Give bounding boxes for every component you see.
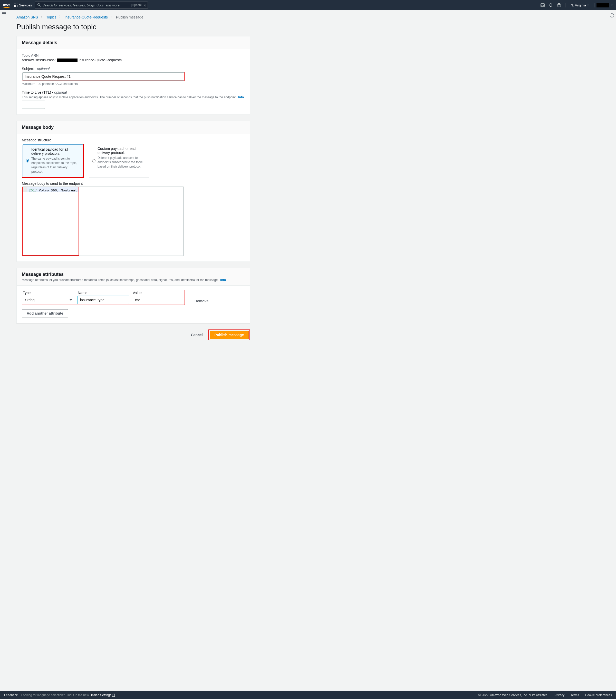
search-placeholder: Search for services, features, blogs, do… bbox=[42, 3, 120, 7]
breadcrumb-sns[interactable]: Amazon SNS bbox=[16, 15, 38, 19]
notifications-icon[interactable] bbox=[547, 1, 555, 9]
subject-input[interactable] bbox=[22, 72, 184, 81]
form-actions: Cancel Publish message bbox=[16, 329, 250, 340]
message-body-panel: Message body Message structure Identical… bbox=[16, 121, 250, 262]
radio-identical-input[interactable] bbox=[26, 148, 29, 174]
user-redacted bbox=[597, 3, 609, 8]
details-header: Message details bbox=[22, 40, 245, 45]
chevron-right-icon: 〉 bbox=[41, 15, 44, 19]
arn-value: arn:aws:sns:us-east-1:Insurance-Quote-Re… bbox=[22, 58, 245, 62]
attrs-header: Message attributes bbox=[22, 272, 245, 277]
search-icon bbox=[37, 3, 41, 8]
editor-gutter: 1 bbox=[23, 187, 27, 192]
ttl-hint: This setting applies only to mobile appl… bbox=[22, 95, 245, 99]
code-line-1: 2017 Volvo S60, Montreal bbox=[27, 187, 79, 192]
radio-custom-input[interactable] bbox=[92, 147, 95, 174]
attrs-desc: Message attributes let you provide struc… bbox=[22, 278, 245, 282]
radio-identical-payload[interactable]: Identical payload for all delivery proto… bbox=[23, 144, 83, 177]
type-label: Type bbox=[23, 291, 74, 295]
ttl-info-link[interactable]: Info bbox=[238, 95, 244, 99]
breadcrumb: Amazon SNS 〉 Topics 〉 Insurance-Quote-Re… bbox=[16, 15, 250, 19]
region-selector[interactable]: N. Virginia bbox=[571, 3, 589, 7]
subject-label: Subject - optional bbox=[22, 67, 245, 71]
radio2-title: Custom payload for each delivery protoco… bbox=[97, 146, 146, 155]
main-content: Amazon SNS 〉 Topics 〉 Insurance-Quote-Re… bbox=[0, 10, 259, 361]
message-details-panel: Message details Topic ARN arn:aws:sns:us… bbox=[16, 36, 250, 115]
radio2-sub: Different payloads are sent to endpoints… bbox=[97, 156, 146, 169]
attribute-type-select[interactable]: String bbox=[23, 296, 74, 304]
arn-redacted bbox=[57, 58, 78, 62]
top-nav: aws Services Search for services, featur… bbox=[0, 0, 616, 10]
remove-attribute-button[interactable]: Remove bbox=[190, 297, 213, 305]
body-label: Message body to send to the endpoint bbox=[22, 182, 245, 186]
add-attribute-button[interactable]: Add another attribute bbox=[22, 309, 68, 317]
help-icon[interactable] bbox=[555, 1, 563, 9]
radio-custom-payload[interactable]: Custom payload for each delivery protoco… bbox=[89, 144, 149, 178]
attribute-value-input[interactable] bbox=[133, 296, 184, 304]
chevron-right-icon: 〉 bbox=[110, 15, 114, 19]
grid-icon bbox=[14, 3, 17, 7]
page-title: Publish message to topic bbox=[16, 23, 250, 31]
search-shortcut: [Option+S] bbox=[131, 3, 145, 7]
breadcrumb-current: Publish message bbox=[116, 15, 143, 19]
svg-line-1 bbox=[40, 5, 41, 6]
attribute-name-input[interactable] bbox=[78, 296, 129, 304]
arn-label: Topic ARN bbox=[22, 53, 245, 57]
body-header: Message body bbox=[22, 125, 245, 130]
svg-rect-2 bbox=[541, 4, 545, 7]
arn-suffix: :Insurance-Quote-Requests bbox=[78, 58, 122, 62]
value-label: Value bbox=[133, 291, 184, 295]
caret-down-icon bbox=[587, 5, 589, 6]
services-button[interactable]: Services bbox=[14, 3, 32, 7]
ttl-input[interactable] bbox=[22, 101, 45, 109]
radio1-sub: The same payload is sent to endpoints su… bbox=[31, 157, 80, 174]
search-input[interactable]: Search for services, features, blogs, do… bbox=[35, 2, 148, 9]
attrs-info-link[interactable]: Info bbox=[220, 278, 226, 282]
publish-button[interactable]: Publish message bbox=[210, 331, 249, 339]
arn-prefix: arn:aws:sns:us-east-1 bbox=[22, 58, 57, 62]
ttl-label: Time to Live (TTL) - optional bbox=[22, 90, 245, 94]
services-label: Services bbox=[19, 3, 32, 7]
message-body-editor[interactable]: 1 2017 Volvo S60, Montreal bbox=[22, 187, 184, 256]
help-panel-toggle[interactable]: i bbox=[610, 13, 614, 17]
cancel-button[interactable]: Cancel bbox=[188, 331, 206, 339]
chevron-right-icon: 〉 bbox=[59, 15, 62, 19]
region-label: N. Virginia bbox=[571, 3, 586, 7]
aws-logo[interactable]: aws bbox=[3, 3, 10, 8]
name-label: Name bbox=[78, 291, 129, 295]
svg-point-0 bbox=[38, 3, 40, 6]
account-menu[interactable] bbox=[597, 3, 613, 8]
cloudshell-icon[interactable] bbox=[538, 1, 547, 9]
breadcrumb-topic-name[interactable]: Insurance-Quote-Requests bbox=[65, 15, 108, 19]
message-attributes-panel: Message attributes Message attributes le… bbox=[16, 268, 250, 323]
radio1-title: Identical payload for all delivery proto… bbox=[31, 147, 80, 156]
caret-down-icon bbox=[611, 5, 613, 6]
structure-label: Message structure bbox=[22, 138, 245, 142]
breadcrumb-topics[interactable]: Topics bbox=[46, 15, 56, 19]
subject-hint: Maximum 100 printable ASCII characters bbox=[22, 82, 245, 86]
